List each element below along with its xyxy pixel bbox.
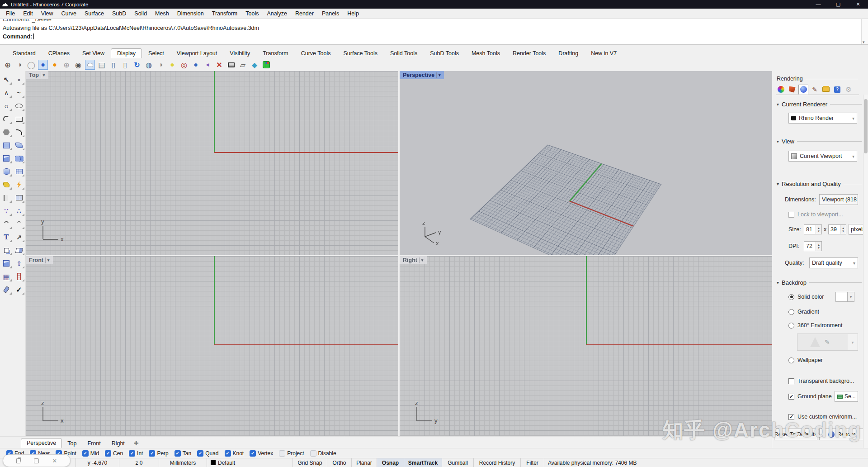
polygon-icon[interactable] [1,127,12,137]
toggle-record-history[interactable]: Record History [474,458,521,467]
ground-plane-settings-button[interactable]: Se... [835,391,858,402]
view-dropdown[interactable]: Current Viewport [788,151,857,162]
ghosted-viewport-icon[interactable] [26,60,36,70]
cylinder-icon[interactable] [1,167,12,176]
arc-icon[interactable] [1,114,12,124]
ground-plane-checkbox[interactable] [788,394,794,400]
pen-schedule-icon[interactable] [97,60,107,70]
solid-color-radio[interactable] [788,294,794,300]
viewport-right[interactable]: Right z y [400,256,772,436]
checkbox-unchecked-icon[interactable] [279,450,285,457]
help-icon[interactable] [832,85,842,95]
menu-render[interactable]: Render [291,10,318,18]
environment-dropdown-arrow-icon[interactable] [848,334,858,350]
tab-drafting[interactable]: Drafting [552,48,585,58]
command-scrollbar[interactable] [861,19,868,44]
dimensions-dropdown[interactable]: Viewport (818 [819,194,858,205]
checkbox-checked-icon[interactable] [82,450,89,457]
viewport-perspective[interactable]: Perspective z y x [400,71,772,255]
swatch-dropdown-arrow-icon[interactable] [847,292,854,301]
surface-grid-icon[interactable] [14,167,24,176]
toggle-ortho[interactable]: Ortho [327,458,352,467]
osnap-cen[interactable]: Cen [105,450,123,457]
environment-360-radio[interactable] [788,323,794,329]
solid-color-swatch[interactable] [835,292,854,302]
viewport-perspective-label[interactable]: Perspective [400,71,444,79]
osnap-int[interactable]: Int [129,450,143,457]
gradient-radio[interactable] [788,309,794,315]
xray-viewport-icon[interactable] [61,60,71,70]
checkbox-checked-icon[interactable] [225,450,231,457]
viewport-tab-perspective[interactable]: Perspective [21,438,62,448]
viewport-top[interactable]: Top y x [26,71,398,255]
command-history[interactable]: Command: _Delete Autosaving file as C:\U… [0,19,868,45]
loft-surface-icon[interactable] [14,140,24,150]
checkbox-checked-icon[interactable] [197,450,203,457]
menu-tools[interactable]: Tools [241,10,263,18]
point-cloud-icon[interactable] [1,206,12,216]
section-backdrop[interactable]: Backdrop [777,279,862,286]
ground-plane-row[interactable]: Ground plane [788,393,832,400]
tab-subd-tools[interactable]: SubD Tools [424,48,465,58]
curve-corner-icon[interactable] [14,127,24,137]
toggle-smarttrack[interactable]: SmartTrack [404,458,442,467]
checkbox-checked-icon[interactable] [129,450,135,457]
lock-to-viewport-row[interactable]: Lock to viewport... [788,211,843,218]
tab-mesh-tools[interactable]: Mesh Tools [465,48,506,58]
viewport-menu-arrow-icon[interactable] [419,257,425,263]
checkbox-checked-icon[interactable] [105,450,111,457]
viewport-front-label[interactable]: Front [26,256,53,264]
environment-preview[interactable] [797,334,858,351]
circle-icon[interactable] [1,101,12,111]
minimize-button[interactable]: — [808,0,828,9]
menu-edit[interactable]: Edit [19,10,37,18]
extend-curve-icon[interactable] [14,219,24,229]
menu-subd[interactable]: SubD [108,10,130,18]
viewport-right-label[interactable]: Right [400,256,427,264]
toggle-grid-snap[interactable]: Grid Snap [293,458,327,467]
tab-viewport-layout[interactable]: Viewport Layout [170,48,223,58]
copy-icon[interactable] [16,458,20,463]
section-current-renderer[interactable]: Current Renderer [777,101,862,108]
toggle-osnap[interactable]: Osnap [377,458,404,467]
tab-set-view[interactable]: Set View [76,48,111,58]
checkbox-unchecked-icon[interactable] [310,450,316,457]
polyline-icon[interactable] [1,88,12,98]
status-layer[interactable]: Default [207,458,293,467]
edit-pencil-icon[interactable] [810,85,820,95]
maximize-icon[interactable] [34,458,39,463]
environment-edit-pencil-icon[interactable] [820,338,830,346]
boolean-union-icon[interactable] [1,258,12,268]
transparent-background-row[interactable]: Transparent backgro... [788,378,862,384]
technical-viewport-icon[interactable] [73,60,83,70]
osnap-project[interactable]: Project [279,450,304,457]
single-point-icon[interactable] [14,75,24,85]
environment-360-row[interactable]: 360° Environment [788,322,843,329]
rectangular-array-icon[interactable] [1,272,12,281]
toggle-gumball[interactable]: Gumball [442,458,474,467]
extrude-icon[interactable] [14,258,24,268]
dpi-spinner[interactable]: 72 [804,241,822,251]
explode-icon[interactable] [1,180,12,190]
select-arrow-icon[interactable] [1,75,12,85]
close-icon[interactable] [52,457,57,465]
maximize-button[interactable]: ▢ [828,0,848,9]
scale-icon[interactable] [14,232,24,242]
tab-visibility[interactable]: Visibility [223,48,256,58]
check-selection-icon[interactable] [14,285,24,295]
rectangle-icon[interactable] [14,114,24,124]
osnap-disable[interactable]: Disable [310,450,336,457]
viewport-tab-right[interactable]: Right [106,439,130,448]
tab-surface-tools[interactable]: Surface Tools [337,48,384,58]
pen-viewport-icon[interactable] [108,60,118,70]
group-points-icon[interactable] [14,206,24,216]
materials-shield-icon[interactable] [787,85,797,95]
osnap-vertex[interactable]: Vertex [250,450,273,457]
size-height-spinner[interactable]: 39 [828,224,846,234]
paint-icon[interactable] [1,285,12,295]
section-view[interactable]: View [777,138,862,145]
section-resolution-quality[interactable]: Resolution and Quality [777,181,862,187]
ambient-occlusion-icon[interactable] [167,60,177,70]
explode-bolt-icon[interactable] [14,180,24,190]
wireframe-viewport-icon[interactable] [3,60,13,70]
